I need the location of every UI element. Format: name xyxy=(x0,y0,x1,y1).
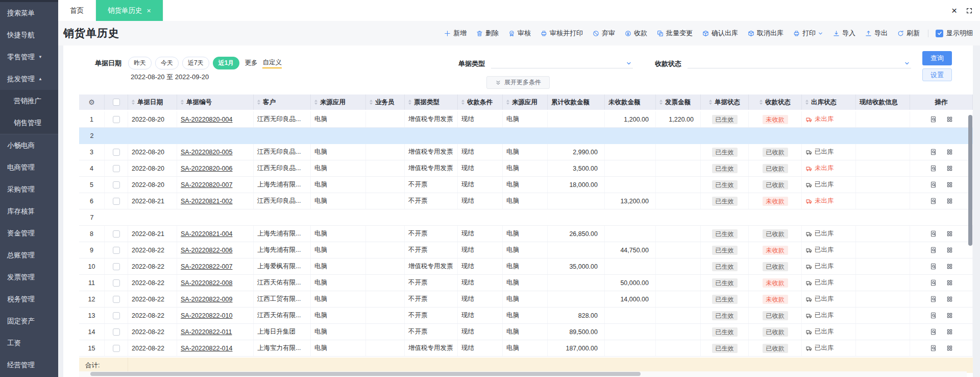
sort-icon[interactable] xyxy=(314,100,317,105)
column-header-bill_type[interactable]: 票据类型 xyxy=(405,95,458,110)
collect-button[interactable]: 收款 xyxy=(624,29,647,38)
table-row[interactable]: 152022-08-22SA-20220822-014上海宝力有限...电脑增值… xyxy=(79,340,973,357)
view-detail-icon[interactable] xyxy=(929,312,937,319)
sort-icon[interactable] xyxy=(408,100,411,105)
row-checkbox[interactable] xyxy=(113,328,120,336)
column-header-pay_status[interactable]: 收款状态 xyxy=(749,95,802,110)
column-header-salesman[interactable]: 业务员 xyxy=(366,95,405,110)
fullscreen-icon[interactable] xyxy=(966,7,973,14)
view-detail-icon[interactable] xyxy=(929,115,937,123)
table-row[interactable]: 2 xyxy=(79,128,973,144)
confirm-outbound-button[interactable]: 确认出库 xyxy=(702,29,738,38)
column-header-date[interactable]: 单据日期 xyxy=(128,95,177,110)
order-number-link[interactable]: SA-20220820-006 xyxy=(181,165,232,172)
order-number-link[interactable]: SA-20220822-007 xyxy=(181,263,232,270)
doc-type-select[interactable] xyxy=(491,59,633,68)
column-header-status[interactable]: 单据状态 xyxy=(701,95,749,110)
order-number-link[interactable]: SA-20220822-006 xyxy=(181,247,232,254)
row-checkbox[interactable] xyxy=(113,312,120,319)
delete-button[interactable]: 删除 xyxy=(476,29,499,38)
more-actions-icon[interactable] xyxy=(946,279,953,287)
view-detail-icon[interactable] xyxy=(929,344,937,352)
more-link[interactable]: 更多 xyxy=(244,59,257,67)
sidebar-item-wholesale[interactable]: 批发管理▲ xyxy=(0,68,58,90)
column-header-no[interactable]: 单据编号 xyxy=(177,95,254,110)
table-row[interactable]: 32022-08-20SA-20220820-005江西无印良品...电脑增值税… xyxy=(79,144,973,160)
row-checkbox[interactable] xyxy=(113,296,120,303)
order-number-link[interactable]: SA-20220822-011 xyxy=(181,328,232,336)
sidebar-item-sales[interactable]: 销售管理 xyxy=(0,112,58,134)
h-scrollbar-track[interactable] xyxy=(79,371,967,377)
table-row[interactable]: 112022-08-22SA-20220822-008江西天佑有限...电脑不开… xyxy=(79,275,973,291)
column-header-customer[interactable]: 客户 xyxy=(254,95,311,110)
more-actions-icon[interactable] xyxy=(946,230,953,238)
v-scrollbar-thumb[interactable] xyxy=(968,115,972,246)
order-number-link[interactable]: SA-20220822-014 xyxy=(181,345,232,352)
sidebar-item-ledger[interactable]: 总账管理 xyxy=(0,244,58,266)
sidebar-item-retail[interactable]: 零售管理▼ xyxy=(0,46,58,68)
date-pill[interactable]: 近1月 xyxy=(213,57,240,69)
sidebar-item-funds[interactable]: 资金管理 xyxy=(0,222,58,244)
column-header-source2[interactable]: 来源应用 xyxy=(503,95,548,110)
date-pill[interactable]: 今天 xyxy=(155,57,179,69)
order-number-link[interactable]: SA-20220822-010 xyxy=(181,312,232,319)
sort-icon[interactable] xyxy=(760,100,763,105)
table-row[interactable]: 122022-08-22SA-20220822-009江西工贸有限...电脑不开… xyxy=(79,291,973,308)
more-actions-icon[interactable] xyxy=(946,246,953,254)
row-checkbox[interactable] xyxy=(113,263,120,270)
more-actions-icon[interactable] xyxy=(946,164,953,172)
order-number-link[interactable]: SA-20220820-007 xyxy=(181,181,232,188)
row-checkbox[interactable] xyxy=(113,230,120,238)
sidebar-item-quick-nav[interactable]: 快捷导航 xyxy=(0,24,58,46)
window-close-icon[interactable]: × xyxy=(951,6,957,15)
select-all-checkbox[interactable] xyxy=(113,99,120,106)
print-button[interactable]: 打印 xyxy=(793,29,823,38)
table-row[interactable]: 52022-08-20SA-20220820-007上海先浦有限...电脑不开票… xyxy=(79,177,973,193)
row-checkbox[interactable] xyxy=(113,149,120,156)
more-actions-icon[interactable] xyxy=(946,115,953,123)
view-detail-icon[interactable] xyxy=(929,263,937,270)
order-number-link[interactable]: SA-20220822-008 xyxy=(181,279,232,287)
order-number-link[interactable]: SA-20220821-004 xyxy=(181,230,232,238)
table-row[interactable]: 82022-08-21SA-20220821-004上海先浦有限...电脑不开票… xyxy=(79,226,973,242)
h-scrollbar-thumb[interactable] xyxy=(90,372,641,376)
more-actions-icon[interactable] xyxy=(946,344,953,352)
sidebar-item-search-menu[interactable]: 搜索菜单 xyxy=(0,2,58,24)
column-header-out_status[interactable]: 出库状态 xyxy=(802,95,856,110)
sidebar-item-inventory[interactable]: 库存核算 xyxy=(0,200,58,222)
expand-more-button[interactable]: 展开更多条件 xyxy=(486,76,550,89)
sidebar-item-operations[interactable]: 经营管理 xyxy=(0,354,58,376)
view-detail-icon[interactable] xyxy=(929,328,937,336)
more-actions-icon[interactable] xyxy=(946,312,953,319)
sort-icon[interactable] xyxy=(709,100,712,105)
sidebar-item-purchase[interactable]: 采购管理 xyxy=(0,178,58,200)
import-button[interactable]: 导入 xyxy=(832,29,855,38)
unaudit-button[interactable]: 弃审 xyxy=(592,29,615,38)
sort-icon[interactable] xyxy=(132,100,135,105)
sort-icon[interactable] xyxy=(257,100,260,105)
more-actions-icon[interactable] xyxy=(946,263,953,270)
order-number-link[interactable]: SA-20220822-009 xyxy=(181,296,232,303)
column-header-source[interactable]: 来源应用 xyxy=(311,95,366,110)
sort-icon[interactable] xyxy=(461,100,464,105)
table-row[interactable]: 62022-08-21SA-20220821-002江西无印良品...电脑不开票… xyxy=(79,193,973,209)
row-checkbox[interactable] xyxy=(113,181,120,188)
row-checkbox[interactable] xyxy=(113,247,120,254)
refresh-button[interactable]: 刷新 xyxy=(897,29,920,38)
export-button[interactable]: 导出 xyxy=(865,29,888,38)
table-row[interactable]: 12022-08-20SA-20220820-004江西无印良品...电脑增值税… xyxy=(79,111,973,128)
order-number-link[interactable]: SA-20220820-004 xyxy=(181,116,232,123)
row-checkbox[interactable] xyxy=(113,165,120,172)
sort-icon[interactable] xyxy=(370,100,373,105)
more-actions-icon[interactable] xyxy=(946,295,953,303)
view-detail-icon[interactable] xyxy=(929,181,937,188)
order-number-link[interactable]: SA-20220821-002 xyxy=(181,198,232,205)
date-pill[interactable]: 近7天 xyxy=(182,57,209,69)
settings-button[interactable]: 设置 xyxy=(922,68,952,81)
table-row[interactable]: 102022-08-22SA-20220822-007上海爱枫有限...电脑增值… xyxy=(79,258,973,275)
sidebar-item-marketing[interactable]: 营销推广 xyxy=(0,90,58,112)
view-detail-icon[interactable] xyxy=(929,230,937,238)
view-detail-icon[interactable] xyxy=(929,246,937,254)
batch-change-button[interactable]: 批量变更 xyxy=(656,29,693,38)
gear-icon[interactable]: ⚙ xyxy=(88,98,95,106)
